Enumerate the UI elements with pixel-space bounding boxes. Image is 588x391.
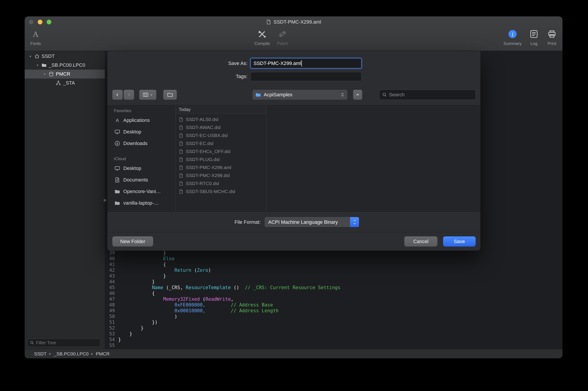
popup-stepper — [350, 217, 359, 227]
line-number: 42 — [105, 267, 115, 273]
sidebar-resize-handle[interactable] — [104, 199, 106, 202]
filter-tree-input[interactable] — [36, 340, 98, 345]
icloud-item-desktop[interactable]: Desktop — [111, 163, 175, 174]
code-text: Memory32Fixed (ReadWrite, — [115, 296, 234, 302]
svg-text:A: A — [116, 118, 119, 123]
tags-input[interactable] — [253, 74, 359, 79]
file-format-popup[interactable]: ACPI Machine Language Binary — [264, 217, 359, 227]
code-line: 40 Else — [105, 256, 562, 262]
disclosure-triangle-icon[interactable] — [41, 73, 48, 76]
favorites-item-downloads[interactable]: Downloads — [111, 138, 175, 149]
line-number: 41 — [105, 262, 115, 267]
file-row[interactable]: SSDT-AWAC.dsl — [176, 123, 266, 131]
line-number: 46 — [105, 291, 115, 296]
favorites-item-applications[interactable]: AApplications — [111, 114, 175, 126]
icloud-item-vanilla-laptop-[interactable]: vanilla-laptop-… — [111, 197, 175, 209]
sidebar-item-label: Documents — [123, 177, 148, 183]
dialog-button-row: New Folder Cancel Save — [107, 232, 480, 251]
toolbar-patch-button[interactable]: Patch — [265, 28, 300, 46]
sidebar-item-label: vanilla-laptop-… — [123, 200, 159, 206]
tree-item--sta[interactable]: _STA — [25, 79, 105, 88]
text-caret — [301, 60, 302, 67]
disclosure-triangle-icon[interactable] — [34, 64, 41, 67]
file-name: SSDT-SBUS-MCHC.dsl — [186, 189, 235, 194]
file-row[interactable]: SSDT-SBUS-MCHC.dsl — [176, 188, 266, 196]
toolbar-fonts-button[interactable]: A Fonts — [25, 28, 53, 46]
folder-icon — [167, 92, 173, 98]
status-path-item: PMCR — [96, 351, 110, 357]
sidebar-item-label: Desktop — [123, 166, 141, 171]
code-line: 45 Name (_CRS, ResourceTemplate () // _C… — [105, 285, 562, 291]
status-path-item: SSDT — [34, 351, 46, 357]
applications-icon: A — [114, 117, 121, 123]
file-name: SSDT-EHCx_OFF.dsl — [186, 149, 231, 154]
code-text: ) — [115, 314, 177, 319]
tree-item-label: _STA — [63, 80, 75, 86]
tree-item-pmcr[interactable]: PMCR — [25, 70, 105, 79]
new-folder-button[interactable]: New Folder — [112, 236, 153, 247]
filter-tree-field[interactable] — [27, 339, 100, 347]
status-path: SSDT▸_SB.PC00.LPC0▸PMCR — [34, 351, 110, 357]
save-button[interactable]: Save — [443, 236, 476, 247]
code-text: { — [115, 291, 155, 296]
parent-folder-button[interactable] — [353, 90, 362, 100]
patch-bandaid-icon — [278, 28, 287, 40]
tags-field[interactable] — [251, 72, 361, 81]
favorites-item-desktop[interactable]: Desktop — [111, 126, 175, 138]
file-row[interactable]: SSDT-RTC0.dsl — [176, 180, 266, 188]
home-icon — [34, 54, 40, 59]
search-input[interactable] — [389, 92, 473, 98]
tree-item-ssdt[interactable]: SSDT — [25, 52, 105, 61]
view-mode-button[interactable] — [139, 90, 156, 100]
toolbar-print-button[interactable]: Print — [534, 28, 562, 46]
folder-blue-icon — [255, 92, 261, 98]
file-row[interactable]: SSDT-PMC-X299.dsl — [176, 172, 266, 180]
chevron-up-icon — [353, 219, 356, 222]
file-row[interactable]: SSDT-ALS0.dsl — [176, 115, 266, 123]
location-popup[interactable]: AcpiSamples — [252, 90, 348, 100]
line-number: 47 — [105, 296, 115, 302]
tree-item-label: SSDT — [42, 53, 55, 59]
file-row[interactable]: SSDT-EHCx_OFF.dsl — [176, 147, 266, 155]
document-icon — [178, 157, 184, 162]
forward-button[interactable] — [123, 90, 134, 100]
disclosure-triangle-icon[interactable] — [27, 55, 34, 58]
save-as-input[interactable]: SSDT-PMC-X299.aml — [251, 58, 361, 68]
document-icon — [178, 189, 184, 194]
cancel-button[interactable]: Cancel — [404, 236, 438, 247]
back-button[interactable] — [112, 90, 123, 100]
file-row[interactable]: SSDT-PLUG.dsl — [176, 155, 266, 164]
code-text: } — [115, 273, 166, 279]
device-icon — [48, 71, 55, 77]
column-view-icon — [143, 92, 148, 98]
document-icon — [178, 165, 184, 170]
document-icon — [178, 181, 184, 186]
code-line: 50 ) — [105, 314, 562, 319]
icloud-item-opencore-vani-[interactable]: Opencore-Vani… — [111, 186, 175, 197]
line-number: 50 — [105, 314, 115, 319]
file-row[interactable]: SSDT-EC-USBX.dsl — [176, 131, 266, 139]
folder-action-button[interactable] — [163, 90, 177, 100]
search-field[interactable] — [379, 90, 476, 100]
file-name: SSDT-PMC-X299.dsl — [186, 173, 230, 178]
document-icon — [178, 125, 184, 130]
code-line: 55 — [105, 343, 562, 348]
line-number: 53 — [105, 331, 115, 337]
desktop-icon — [114, 129, 121, 135]
toolbar-fonts-label: Fonts — [30, 41, 41, 46]
icloud-item-documents[interactable]: Documents — [111, 174, 175, 186]
code-line: 51 }) — [105, 319, 562, 325]
search-icon — [382, 92, 387, 97]
file-row[interactable]: SSDT-EC.dsl — [176, 139, 266, 147]
code-text: Return (Zero) — [115, 268, 211, 273]
line-number: 52 — [105, 325, 115, 331]
sidebar-item-label: Desktop — [123, 129, 141, 135]
window-title-area: SSDT-PMC-X299.aml — [25, 16, 562, 28]
file-name: SSDT-AWAC.dsl — [186, 125, 221, 130]
document-icon — [178, 141, 184, 146]
tree-item--sb-pc00-lpc0[interactable]: _SB.PC00.LPC0 — [25, 61, 105, 70]
file-row[interactable]: SSDT-PMC-X299.aml — [176, 164, 266, 172]
line-number: 40 — [105, 256, 115, 262]
group-header-today: Today — [176, 105, 266, 114]
chevron-down-icon — [150, 93, 153, 96]
